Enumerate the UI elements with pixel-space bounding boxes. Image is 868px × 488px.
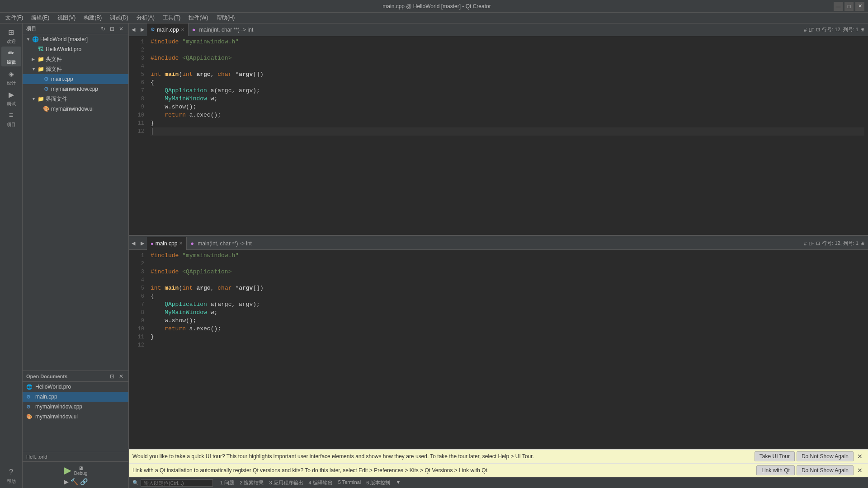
bstatus-encoding-icon: ⊡ <box>816 240 820 246</box>
status-tab-compile[interactable]: 4 编译输出 <box>309 479 333 486</box>
edit-icon: ✏ <box>6 47 17 58</box>
tab-close-top[interactable]: ✕ <box>181 27 184 32</box>
attach-icon[interactable]: 🔗 <box>80 478 88 485</box>
tab-right-top: # LF ⊡ 行号: 12, 列号: 1 ⊞ <box>800 26 868 33</box>
doc-item-mymainwindow[interactable]: ⚙ mymainwindow.cpp <box>23 402 128 412</box>
close-panel-icon[interactable]: ✕ <box>118 25 125 33</box>
tab-nav-right[interactable]: ▶ <box>138 23 147 36</box>
btab-nav-right[interactable]: ▶ <box>138 237 147 250</box>
tree-item-maincpp[interactable]: ⚙ main.cpp <box>23 74 128 84</box>
tree-item-headers[interactable]: ▶ 📁 头文件 <box>23 54 128 64</box>
project-tree: ▼ 🌐 HelloWorld [master] 🏗 HelloWorld.pro… <box>23 34 128 371</box>
status-lf: LF <box>808 27 814 33</box>
doc-item-ui[interactable]: 🎨 mymainwindow.ui <box>23 412 128 422</box>
doc-pro-icon: 🌐 <box>26 384 33 390</box>
do-not-show-again-button-2[interactable]: Do Not Show Again <box>797 465 854 475</box>
breadcrumb-function-icon: ● <box>192 26 196 33</box>
status-tab-app-output[interactable]: 3 应用程序输出 <box>269 479 303 486</box>
do-not-show-again-button-1[interactable]: Do Not Show Again <box>797 451 854 461</box>
tab-main-cpp-bottom[interactable]: ● main.cpp ✕ <box>147 237 187 250</box>
debug-build-panel: ▶ 🖥 Debug ▶ 🔨 🔗 <box>23 461 128 488</box>
top-editor-content: 12345 678910 1112 #include "mymainwindow… <box>129 36 868 235</box>
doc-item-main[interactable]: ⚙ main.cpp <box>23 392 128 402</box>
tree-item-ui[interactable]: 🎨 mymainwindow.ui <box>23 104 128 114</box>
notification-close-2[interactable]: ✕ <box>855 466 864 475</box>
activity-project[interactable]: ≡ 项目 <box>1 109 21 129</box>
close-button[interactable]: ✕ <box>855 2 864 11</box>
cpp-file-icon: ⚙ <box>42 76 50 82</box>
open-documents-panel: Open Documents ⊡ ✕ 🌐 HelloWorld.pro ⚙ ma… <box>23 371 128 452</box>
top-code-area[interactable]: #include "mymainwindow.h" #include <QApp… <box>147 36 868 235</box>
filter-icon[interactable]: ⊡ <box>108 25 116 33</box>
project-name-label: Hell...orld <box>26 454 47 460</box>
activity-design[interactable]: ◈ 设计 <box>1 67 21 87</box>
bstatus-hash: # <box>804 241 807 246</box>
tree-item-mymainwindow-cpp[interactable]: ⚙ mymainwindow.cpp <box>23 84 128 94</box>
activity-welcome[interactable]: ⊞ 欢迎 <box>1 26 21 46</box>
take-ui-tour-button[interactable]: Take UI Tour <box>755 451 795 461</box>
status-hash: # <box>804 27 807 33</box>
tree-label: mymainwindow.cpp <box>51 86 98 92</box>
hammer-icon[interactable]: 🔨 <box>71 478 78 485</box>
bottom-editor-pane: ◀ ▶ ● main.cpp ✕ ● main(int, char **) ->… <box>129 237 868 449</box>
activity-help[interactable]: ? 帮助 <box>1 466 21 486</box>
menu-analyze[interactable]: 分析(A) <box>133 13 158 23</box>
open-docs-icon2[interactable]: ✕ <box>118 373 125 380</box>
status-search-area: 🔍 <box>132 479 213 487</box>
activity-edit[interactable]: ✏ 编辑 <box>1 47 21 66</box>
title-bar: main.cpp @ HelloWorld [master] - Qt Crea… <box>0 0 868 13</box>
notification-close-1[interactable]: ✕ <box>855 452 864 461</box>
link-with-qt-button[interactable]: Link with Qt <box>756 465 795 475</box>
tree-label: mymainwindow.ui <box>51 106 94 112</box>
debug-monitor-icon[interactable]: 🖥 <box>78 465 83 471</box>
btab-nav-left[interactable]: ◀ <box>129 237 138 250</box>
breadcrumb-path: main(int, char **) -> int <box>199 27 254 33</box>
tree-label: HelloWorld.pro <box>46 46 81 52</box>
minimize-button[interactable]: — <box>834 2 843 11</box>
menu-help[interactable]: 帮助(H) <box>213 13 239 23</box>
help-icon: ? <box>6 467 17 478</box>
title-bar-controls: — □ ✕ <box>834 2 864 11</box>
project-folder-icon: 🌐 <box>32 36 39 42</box>
maximize-button[interactable]: □ <box>844 2 854 11</box>
status-bar: 🔍 1 问题 2 搜索结果 3 应用程序输出 4 编译输出 5 Terminal… <box>129 477 868 488</box>
tree-item-sources[interactable]: ▼ 📁 源文件 <box>23 64 128 74</box>
menu-edit[interactable]: 编辑(E) <box>28 13 53 23</box>
run-button[interactable]: ▶ <box>64 465 71 476</box>
bbreadcrumb-path: main(int, char **) -> int <box>198 240 252 247</box>
bottom-breadcrumb: ● main(int, char **) -> int <box>187 240 800 247</box>
activity-edit-label: 编辑 <box>7 59 16 66</box>
design-icon: ◈ <box>6 68 17 79</box>
menu-build[interactable]: 构建(B) <box>80 13 105 23</box>
doc-item-pro[interactable]: 🌐 HelloWorld.pro <box>23 382 128 392</box>
menu-tools[interactable]: 工具(T) <box>159 13 184 23</box>
debug-label: Debug <box>74 471 87 476</box>
menu-view[interactable]: 视图(V) <box>54 13 79 23</box>
status-tab-search[interactable]: 2 搜索结果 <box>240 479 264 486</box>
tab-nav-left[interactable]: ◀ <box>129 23 138 36</box>
project-panel-header: 项目 ↻ ⊡ ✕ <box>23 23 128 34</box>
doc-mymainwindow-label: mymainwindow.cpp <box>35 404 82 410</box>
status-tab-problems[interactable]: 1 问题 <box>220 479 234 486</box>
activity-debug[interactable]: ▶ 调试 <box>1 88 21 108</box>
doc-ui-label: mymainwindow.ui <box>35 413 78 420</box>
open-docs-icon1[interactable]: ⊡ <box>108 373 116 380</box>
menu-debug[interactable]: 调试(D) <box>106 13 132 23</box>
tree-item-pro[interactable]: 🏗 HelloWorld.pro <box>23 44 128 54</box>
status-tab-terminal[interactable]: 5 Terminal <box>338 479 361 486</box>
menu-controls[interactable]: 控件(W) <box>185 13 212 23</box>
tab-main-cpp-top[interactable]: ⚙ main.cpp ✕ <box>147 23 189 36</box>
bottom-code-area[interactable]: #include "mymainwindow.h" #include <QApp… <box>147 250 868 449</box>
menu-file[interactable]: 文件(F) <box>2 13 27 23</box>
tree-item-helloworld[interactable]: ▼ 🌐 HelloWorld [master] <box>23 34 128 44</box>
status-tab-vcs[interactable]: 6 版本控制 <box>366 479 390 486</box>
search-input[interactable] <box>141 479 213 487</box>
btab-cpp-icon: ● <box>151 241 154 246</box>
sync-icon[interactable]: ↻ <box>99 25 107 33</box>
bstatus-pos: 行号: 12, 列号: 1 <box>822 240 859 247</box>
status-chevron-icon[interactable]: ▼ <box>396 479 401 486</box>
btab-close[interactable]: ✕ <box>179 241 183 246</box>
run-small-button[interactable]: ▶ <box>64 478 69 485</box>
tree-item-ui-folder[interactable]: ▼ 📁 界面文件 <box>23 94 128 104</box>
doc-main-icon: ⚙ <box>26 394 33 400</box>
